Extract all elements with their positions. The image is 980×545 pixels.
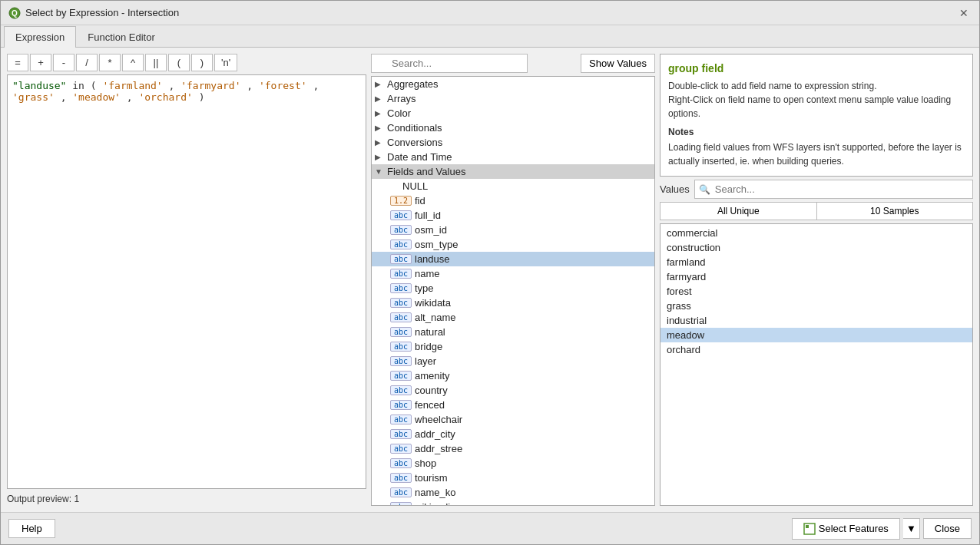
field-type-addr-stree: abc	[390, 444, 412, 454]
value-item-construction[interactable]: construction	[661, 240, 972, 255]
main-content: = + - / * ^ || ( ) 'n' "landuse" in ( 'f…	[1, 48, 979, 512]
tree-item-type[interactable]: abc type	[372, 281, 654, 296]
select-features-button[interactable]: Select Features	[792, 518, 900, 540]
field-type-addr-city: abc	[390, 429, 412, 439]
op-caret[interactable]: ^	[122, 54, 144, 71]
tree-label-osm-id: osm_id	[415, 224, 447, 236]
tree-item-aggregates[interactable]: ▶ Aggregates	[372, 77, 654, 91]
tree-item-null[interactable]: NULL	[372, 179, 654, 193]
op-close-paren[interactable]: )	[191, 54, 213, 71]
title-bar-left: Q Select by Expression - Intersection	[8, 7, 179, 19]
tree-item-tourism[interactable]: abc tourism	[372, 471, 654, 485]
tab-expression[interactable]: Expression	[4, 26, 76, 48]
tree-item-conditionals[interactable]: ▶ Conditionals	[372, 121, 654, 135]
value-item-meadow[interactable]: meadow	[661, 328, 972, 342]
op-equals[interactable]: =	[7, 54, 28, 71]
tree-item-arrays[interactable]: ▶ Arrays	[372, 91, 654, 106]
search-bar-row: 🔍 Show Values	[371, 54, 655, 73]
qgis-icon: Q	[8, 7, 21, 19]
tree-label-landuse: landuse	[415, 253, 450, 265]
tree-label-shop: shop	[415, 457, 436, 469]
field-type-natural: abc	[390, 327, 412, 337]
tree-item-fields-values[interactable]: ▼ Fields and Values	[372, 164, 654, 179]
tree-item-name-ko[interactable]: abc name_ko	[372, 485, 654, 500]
op-open-paren[interactable]: (	[168, 54, 190, 71]
window-title: Select by Expression - Intersection	[25, 7, 179, 18]
tree-item-amenity[interactable]: abc amenity	[372, 368, 654, 383]
field-type-shop: abc	[390, 458, 412, 468]
op-newline[interactable]: 'n'	[214, 54, 237, 71]
value-item-orchard[interactable]: orchard	[661, 342, 972, 357]
tree-arrow-aggregates: ▶	[375, 80, 387, 88]
tree-label-type: type	[415, 282, 434, 294]
tree-label-amenity: amenity	[415, 370, 450, 382]
tree-item-wheelchair[interactable]: abc wheelchair	[372, 412, 654, 427]
value-item-commercial[interactable]: commercial	[661, 226, 972, 240]
tree-item-fenced[interactable]: abc fenced	[372, 398, 654, 412]
op-minus[interactable]: -	[53, 54, 74, 71]
op-concat[interactable]: ||	[145, 54, 167, 71]
tree-item-full-id[interactable]: abc full_id	[372, 208, 654, 223]
tree-item-addr-stree[interactable]: abc addr_stree	[372, 441, 654, 456]
tree-item-shop[interactable]: abc shop	[372, 456, 654, 471]
expr-in-keyword: in	[72, 80, 90, 91]
tree-item-country[interactable]: abc country	[372, 383, 654, 398]
close-button[interactable]: Close	[923, 518, 972, 539]
value-item-industrial[interactable]: industrial	[661, 313, 972, 328]
all-unique-button[interactable]: All Unique	[660, 202, 816, 220]
value-item-grass[interactable]: grass	[661, 299, 972, 313]
tree-item-bridge[interactable]: abc bridge	[372, 339, 654, 354]
tree-item-osm-id[interactable]: abc osm_id	[372, 223, 654, 237]
field-type-layer: abc	[390, 356, 412, 366]
tree-label-wheelchair: wheelchair	[415, 414, 462, 425]
tree-label-aggregates: Aggregates	[387, 78, 439, 90]
value-item-farmland[interactable]: farmland	[661, 255, 972, 269]
window-close-button[interactable]: ✕	[956, 5, 972, 21]
output-preview-value: 1	[74, 494, 79, 504]
expression-editor[interactable]: "landuse" in ( 'farmland' , 'farmyard' ,…	[7, 74, 366, 489]
value-item-forest[interactable]: forest	[661, 284, 972, 299]
tree-item-wikipedia[interactable]: abc wikipedia	[372, 500, 654, 506]
tree-item-color[interactable]: ▶ Color	[372, 106, 654, 121]
tree-arrow-conditionals: ▶	[375, 124, 387, 132]
tree-arrow-color: ▶	[375, 109, 387, 117]
tree-label-fenced: fenced	[415, 399, 445, 411]
tree-item-osm-type[interactable]: abc osm_type	[372, 237, 654, 252]
tree-item-wikidata[interactable]: abc wikidata	[372, 296, 654, 310]
tree-item-addr-city[interactable]: abc addr_city	[372, 427, 654, 441]
op-plus[interactable]: +	[30, 54, 51, 71]
op-multiply[interactable]: *	[99, 54, 121, 71]
tree-label-alt-name: alt_name	[415, 312, 455, 323]
field-type-landuse: abc	[390, 254, 412, 264]
values-search-input[interactable]	[694, 180, 973, 199]
samples-button[interactable]: 10 Samples	[816, 202, 974, 220]
dropdown-arrow-icon: ▼	[906, 523, 916, 534]
select-features-dropdown-button[interactable]: ▼	[903, 518, 920, 539]
tree-item-name[interactable]: abc name	[372, 266, 654, 281]
op-divide[interactable]: /	[76, 54, 98, 71]
function-search-input[interactable]	[371, 54, 528, 73]
tree-item-alt-name[interactable]: abc alt_name	[372, 310, 654, 325]
tree-item-fid[interactable]: 1.2 fid	[372, 193, 654, 208]
tree-item-layer[interactable]: abc layer	[372, 354, 654, 368]
field-type-alt-name: abc	[390, 312, 412, 322]
help-button[interactable]: Help	[8, 519, 55, 538]
select-features-label: Select Features	[819, 523, 889, 534]
middle-panel: 🔍 Show Values ▶ Aggregates ▶ Arrays	[371, 54, 655, 506]
bottom-left: Help	[8, 519, 55, 538]
tree-item-landuse[interactable]: abc landuse	[372, 252, 654, 266]
tree-item-conversions[interactable]: ▶ Conversions	[372, 135, 654, 150]
tree-label-country: country	[415, 385, 448, 396]
tree-item-natural[interactable]: abc natural	[372, 325, 654, 339]
show-values-button[interactable]: Show Values	[581, 54, 655, 73]
operator-toolbar: = + - / * ^ || ( ) 'n'	[7, 54, 366, 71]
tab-function-editor[interactable]: Function Editor	[76, 26, 166, 48]
value-item-farmyard[interactable]: farmyard	[661, 269, 972, 284]
values-list[interactable]: commercial construction farmland farmyar…	[660, 223, 973, 506]
function-tree[interactable]: ▶ Aggregates ▶ Arrays ▶ Color ▶ Conditio…	[371, 76, 655, 506]
expr-val-orchard: 'orchard'	[138, 91, 192, 103]
values-search-wrapper: 🔍	[694, 180, 973, 199]
expr-val-farmyard: 'farmyard'	[180, 80, 240, 91]
tree-item-date-time[interactable]: ▶ Date and Time	[372, 150, 654, 164]
field-type-amenity: abc	[390, 371, 412, 381]
